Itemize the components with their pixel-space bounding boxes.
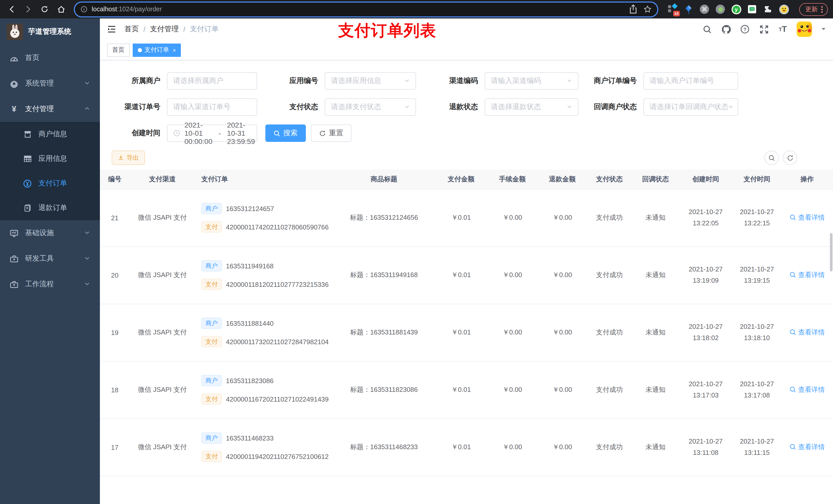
browser-reload-button[interactable] (38, 3, 51, 16)
breadcrumb-home[interactable]: 首页 (124, 25, 139, 34)
col-notify-status: 回调状态 (632, 170, 679, 189)
page-title-annotation: 支付订单列表 (338, 20, 436, 42)
url-bar[interactable]: localhost:1024/pay/order (75, 2, 657, 16)
url-text: localhost:1024/pay/order (92, 6, 162, 13)
col-pay-order: 支付订单 (195, 170, 332, 189)
export-button[interactable]: 导出 (112, 150, 145, 165)
sidebar-item-system[interactable]: 系统管理 (0, 71, 100, 96)
pay-status-select[interactable]: 请选择支付状态 (325, 98, 416, 116)
view-detail-link[interactable]: 查看详情 (789, 328, 825, 337)
reset-button[interactable]: 重置 (311, 124, 352, 142)
filter-form: 所属商户 请选择所属商户 应用编号 请选择应用信息 渠道编码 请输入渠道编码 商… (100, 61, 833, 142)
merchant-tag: 商户 (201, 203, 222, 214)
logo-image (7, 24, 23, 40)
date-range-input[interactable]: 2021-10-01 00:00:00 - 2021-10-31 23:59:5… (167, 124, 257, 142)
avatar[interactable] (796, 22, 812, 37)
col-pay-status: 支付状态 (587, 170, 632, 189)
search-button[interactable]: 搜索 (265, 124, 306, 142)
magnifier-icon (789, 214, 796, 221)
view-detail-link[interactable]: 查看详情 (789, 442, 825, 452)
sidebar-item-payment[interactable]: ¥ 支付管理 (0, 96, 100, 122)
tag-close-icon[interactable]: × (173, 47, 176, 53)
channel-order-no-input[interactable]: 请输入渠道订单号 (167, 98, 257, 116)
avatar-caret-icon[interactable] (821, 25, 826, 34)
breadcrumb: 首页 / 支付管理 / 支付订单 (124, 25, 219, 34)
refresh-table-button[interactable] (783, 150, 797, 165)
share-icon[interactable] (628, 4, 638, 14)
scrollbar-thumb[interactable] (830, 233, 832, 271)
extension-kite-icon[interactable] (684, 4, 694, 14)
app-select[interactable]: 请选择应用信息 (325, 72, 416, 90)
view-detail-link[interactable]: 查看详情 (789, 385, 825, 394)
channel-code-select[interactable]: 请输入渠道编码 (485, 72, 578, 90)
date-end: 2021-10-31 23:59:59 (227, 121, 255, 145)
notify-status-select[interactable]: 请选择订单回调商户状态 (643, 98, 738, 116)
magnifier-icon (789, 272, 796, 279)
pay-tag: 支付 (201, 221, 222, 233)
magnifier-icon (789, 444, 796, 451)
table-row: 21 微信 JSAPI 支付 商户1635312124657 支付4200001… (100, 189, 833, 246)
filter-merchant-order-no: 商户订单编号 请输入商户订单编号 (578, 72, 738, 90)
view-detail-link[interactable]: 查看详情 (789, 270, 825, 280)
extension-badge: 10 (673, 11, 680, 16)
extension-chat-icon[interactable] (747, 4, 757, 14)
sidebar-item-home[interactable]: 首页 (0, 45, 100, 71)
chevron-down-icon (567, 77, 572, 85)
sidebar-item-infrastructure[interactable]: 基础设施 (0, 220, 100, 246)
pay-tag: 支付 (201, 451, 222, 462)
sidebar-item-merchant-info[interactable]: 商户信息 (0, 122, 100, 146)
extension-emoji-icon[interactable] (779, 4, 789, 14)
sidebar-collapse-icon[interactable] (106, 24, 117, 34)
bookmark-star-icon[interactable] (643, 5, 652, 13)
browser-back-button[interactable] (5, 3, 19, 16)
col-pay-time: 支付时间 (733, 170, 781, 189)
shop-icon (23, 130, 32, 139)
merchant-tag: 商户 (201, 432, 222, 443)
table-row: 17 微信 JSAPI 支付 商户1635311468233 支付4200001… (100, 418, 833, 476)
sidebar-item-refund-order[interactable]: 退款订单 (0, 196, 100, 220)
fullscreen-icon[interactable] (759, 24, 769, 34)
filter-channel-order-no: 渠道订单号 请输入渠道订单号 (105, 98, 257, 116)
extension-command-icon[interactable]: ⌘ (699, 4, 710, 14)
extension-grid-icon[interactable]: 10 (668, 4, 678, 14)
chevron-down-icon (404, 77, 410, 85)
col-actions: 操作 (781, 170, 833, 189)
toggle-search-button[interactable] (764, 150, 779, 165)
chevron-down-icon (567, 103, 572, 111)
github-icon[interactable] (721, 24, 731, 34)
col-channel: 支付渠道 (129, 170, 195, 189)
search-icon[interactable] (702, 24, 712, 34)
refresh-icon (319, 130, 326, 137)
sidebar-item-pay-order[interactable]: 支付订单 (0, 171, 100, 196)
extension-dot-icon[interactable] (715, 4, 725, 14)
view-detail-link[interactable]: 查看详情 (789, 213, 825, 222)
table-header-row: 编号 支付渠道 支付订单 商品标题 支付金额 手续金额 退款金额 支付状态 回调… (100, 170, 833, 189)
tag-home[interactable]: 首页 (107, 43, 129, 56)
sidebar-item-workflow[interactable]: 工作流程 (0, 271, 100, 297)
refund-status-select[interactable]: 请选择退款状态 (485, 98, 578, 116)
main-area: 首页 / 支付管理 / 支付订单 支付订单列表 ? (100, 19, 833, 504)
document-icon (23, 203, 32, 212)
tag-pay-order[interactable]: 支付订单 × (133, 43, 181, 56)
sidebar-item-app-info[interactable]: 应用信息 (0, 146, 100, 171)
breadcrumb-section[interactable]: 支付管理 (150, 25, 179, 34)
browser-update-button[interactable]: 更新 (799, 3, 828, 16)
merchant-input[interactable]: 请选择所属商户 (167, 72, 257, 90)
filter-notify-status: 回调商户状态 请选择订单回调商户状态 (578, 98, 738, 116)
chevron-down-icon (84, 255, 90, 263)
pay-tag: 支付 (201, 393, 222, 405)
sidebar-item-dev-tools[interactable]: 研发工具 (0, 246, 100, 271)
col-fee: 手续金额 (487, 170, 538, 189)
help-icon[interactable]: ? (740, 24, 750, 34)
font-size-icon[interactable]: TT (778, 24, 788, 34)
browser-menu-icon[interactable] (821, 6, 823, 13)
merchant-tag: 商户 (201, 375, 222, 386)
monitor-icon (10, 229, 19, 237)
browser-forward-button[interactable] (22, 3, 35, 16)
site-info-icon[interactable] (80, 6, 88, 13)
extension-y-icon[interactable]: y (731, 4, 741, 14)
extension-puzzle-icon[interactable] (763, 4, 773, 14)
merchant-order-no-input[interactable]: 请输入商户订单编号 (643, 72, 738, 90)
navbar: 首页 / 支付管理 / 支付订单 支付订单列表 ? (100, 19, 833, 40)
browser-home-button[interactable] (54, 3, 68, 16)
